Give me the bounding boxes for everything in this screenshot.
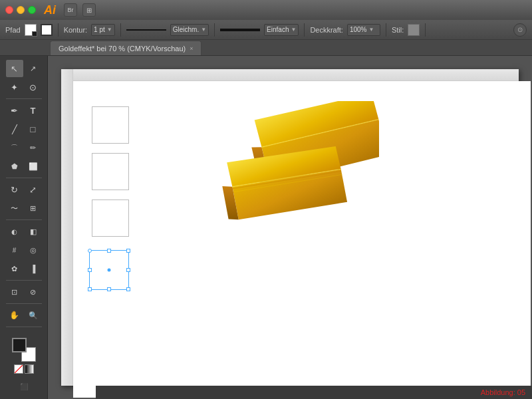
tab-bar: Goldeffekt* bei 70 % (CMYK/Vorschau) × — [0, 40, 532, 56]
handle-ml[interactable] — [88, 268, 92, 272]
style-label: Stil: — [392, 26, 404, 34]
tool-row-3: ✒ T — [6, 102, 42, 119]
tool-row-7: ↻ ⤢ — [6, 181, 42, 198]
tool-row-11: ✿ ▐ — [6, 260, 42, 277]
tool-row-2: ✦ ⊙ — [6, 78, 42, 96]
handle-tr[interactable] — [126, 249, 130, 253]
gradient-tool[interactable]: ◧ — [25, 223, 42, 240]
tool-row-4: ╱ □ — [6, 120, 42, 138]
slice-tool[interactable]: ⊘ — [25, 283, 42, 301]
zoom-tool[interactable]: 🔍 — [25, 307, 42, 324]
mesh-tool[interactable]: # — [6, 241, 23, 259]
handle-bc[interactable] — [107, 287, 111, 291]
scale-tool[interactable]: ⤢ — [25, 181, 42, 198]
handle-center — [108, 269, 111, 272]
gold-bars-image — [193, 101, 379, 247]
divider2 — [120, 23, 121, 37]
divider6 — [425, 23, 426, 37]
handle-bl[interactable] — [88, 287, 92, 291]
stroke-type-select[interactable]: Gleichm. ▼ — [170, 24, 209, 36]
canvas-container — [61, 69, 519, 386]
titlebar: Ai Br ⊞ — [0, 0, 532, 20]
tool-row-9: ◐ ◧ — [6, 223, 42, 240]
status-text: Abbildung: 05 — [481, 388, 525, 396]
warp-tool[interactable]: 〜 — [6, 200, 23, 217]
chevron-down-icon4: ▼ — [368, 27, 374, 33]
document-content — [73, 81, 531, 398]
shape-thumb-2[interactable] — [92, 153, 129, 190]
rect-tool[interactable]: □ — [25, 120, 42, 138]
foreground-color-swatch[interactable] — [12, 338, 27, 352]
rotate-tool[interactable]: ↻ — [6, 181, 23, 198]
magic-wand-tool[interactable]: ✦ — [6, 78, 23, 96]
style-swatch[interactable] — [408, 24, 420, 36]
shape-builder-tool[interactable]: ◐ — [6, 223, 23, 240]
opacity-select[interactable]: 100% ▼ — [347, 24, 380, 36]
appearance-button[interactable]: ⊙ — [513, 23, 527, 37]
symbol-sprayer-tool[interactable]: ✿ — [6, 260, 23, 277]
swatch-pair[interactable] — [12, 338, 36, 362]
separator5 — [6, 303, 42, 304]
minimize-button[interactable] — [17, 6, 25, 14]
handle-tc[interactable] — [107, 249, 111, 253]
blob-brush-tool[interactable]: ⬟ — [6, 158, 23, 175]
none-swatch[interactable] — [14, 364, 23, 374]
line-tool[interactable]: ╱ — [6, 120, 23, 138]
tool-row-6: ⬟ ⬜ — [6, 158, 42, 175]
shape-thumb-3[interactable] — [92, 200, 129, 237]
bridge-icon[interactable]: Br — [64, 3, 77, 17]
separator1 — [6, 98, 42, 99]
lasso-tool[interactable]: ⊙ — [25, 78, 42, 96]
chevron-down-icon2: ▼ — [201, 27, 206, 33]
paintbrush-tool[interactable]: ⌒ — [6, 139, 23, 156]
direct-select-tool[interactable]: ↗ — [25, 60, 42, 77]
column-graph-tool[interactable]: ▐ — [25, 260, 42, 277]
close-button[interactable] — [5, 6, 13, 14]
stroke-label: Kontur: — [64, 26, 87, 34]
stroke-end-select[interactable]: Einfach ▼ — [264, 24, 299, 36]
stroke-swatch[interactable] — [41, 24, 53, 36]
artboard-tool[interactable]: ⊡ — [6, 283, 23, 301]
shape-thumb-1[interactable] — [92, 106, 129, 144]
stroke-sample — [126, 29, 166, 31]
swatch-mini-row — [14, 364, 34, 374]
stroke-end-area — [220, 29, 260, 31]
divider3 — [214, 23, 215, 37]
tool-row-bottom: ⬛ — [15, 378, 33, 395]
hand-tool[interactable]: ✋ — [6, 307, 23, 324]
stroke-type-area — [126, 29, 166, 31]
options-bar: Pfad Kontur: 1 pt ▼ Gleichm. ▼ Einfach ▼… — [0, 20, 532, 40]
shape-thumb-4-selected[interactable] — [89, 250, 129, 290]
document-tab[interactable]: Goldeffekt* bei 70 % (CMYK/Vorschau) × — [50, 41, 201, 55]
blend-tool[interactable]: ◎ — [25, 241, 42, 259]
ruler-horizontal — [73, 69, 519, 81]
free-transform-tool[interactable]: ⊞ — [25, 200, 42, 217]
chevron-down-icon: ▼ — [107, 27, 112, 33]
pencil-tool[interactable]: ✏ — [25, 139, 42, 156]
eraser-tool[interactable]: ⬜ — [25, 158, 42, 175]
arrange-icon[interactable]: ⊞ — [82, 3, 96, 17]
stroke-width-select[interactable]: 1 pt ▼ — [91, 24, 115, 36]
type-tool[interactable]: T — [25, 102, 42, 119]
handle-mr[interactable] — [126, 268, 130, 272]
tab-close-button[interactable]: × — [190, 45, 193, 52]
handle-br[interactable] — [126, 287, 130, 291]
pen-tool[interactable]: ✒ — [6, 102, 23, 119]
tool-row-8: 〜 ⊞ — [6, 200, 42, 217]
change-screen-mode[interactable]: ⬛ — [15, 378, 33, 395]
tool-row-1: ↖ ↗ — [6, 60, 42, 77]
select-tool[interactable]: ↖ — [6, 60, 23, 77]
main-area: ↖ ↗ ✦ ⊙ ✒ T ╱ □ ⌒ ✏ ⬟ ⬜ ↻ ⤢ 〜 — [0, 56, 532, 399]
stroke-end-sample — [220, 29, 260, 31]
handle-tl[interactable] — [88, 249, 92, 253]
tool-row-13: ✋ 🔍 — [6, 307, 42, 324]
divider4 — [304, 23, 305, 37]
traffic-lights — [5, 6, 36, 14]
fill-swatch[interactable] — [25, 24, 37, 36]
canvas-area[interactable]: Abbildung: 05 — [48, 56, 532, 399]
zoom-button[interactable] — [28, 6, 36, 14]
separator4 — [6, 280, 42, 281]
gradient-swatch[interactable] — [25, 364, 34, 374]
status-bar: Abbildung: 05 — [96, 386, 532, 399]
toolbar: ↖ ↗ ✦ ⊙ ✒ T ╱ □ ⌒ ✏ ⬟ ⬜ ↻ ⤢ 〜 — [0, 56, 48, 399]
